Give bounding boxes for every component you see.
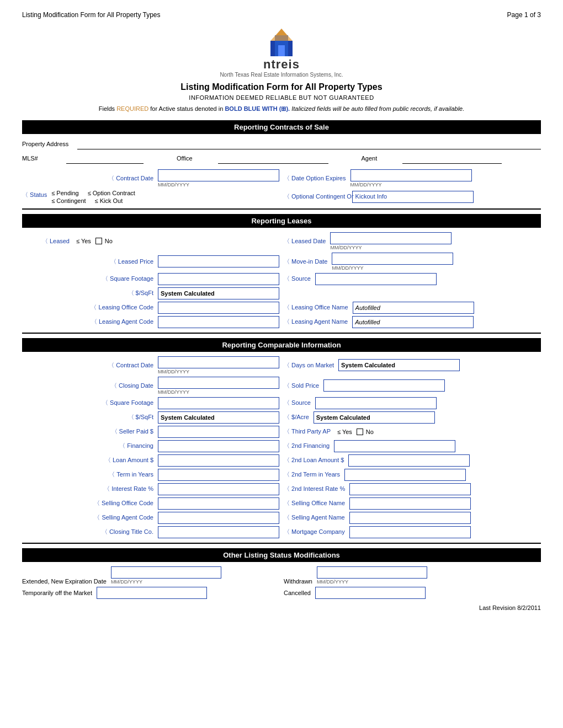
cancelled-label: Cancelled (284, 590, 313, 596)
kick-out-option[interactable]: ≤ Kick Out (95, 197, 123, 204)
office-input[interactable] (218, 153, 328, 164)
loan-amount-input[interactable] (158, 454, 279, 467)
comp-contract-date-input[interactable] (158, 356, 279, 368)
comp-row10: 〈 Selling Office Code 〈 Selling Office N… (22, 497, 541, 510)
leased-yes[interactable]: ≤ Yes (76, 238, 91, 244)
move-in-date-input[interactable] (332, 253, 453, 265)
third-party-no-checkbox[interactable] (357, 429, 363, 435)
selling-office-code-input[interactable] (158, 497, 279, 510)
sqft-system-calculated: System Calculated (158, 287, 279, 299)
second-financing-input[interactable] (334, 440, 455, 452)
optional-contingent-input[interactable] (352, 191, 474, 203)
comp-sqft-system-calculated: System Calculated (158, 411, 279, 424)
interest-rate-input[interactable] (158, 483, 279, 495)
leasing-agent-code-input[interactable] (158, 316, 279, 328)
comp-contract-date-left: 〈 Contract Date MM/DD/YYYY (22, 356, 279, 374)
leasing-agent-name-autofilled: Autofilled (352, 316, 474, 328)
optional-contingent-label: 〈 Optional Contingent Or Kickout Info (284, 192, 350, 200)
agent-input[interactable] (402, 153, 502, 164)
mls-input[interactable] (66, 153, 144, 164)
leasing-office-code-input[interactable] (158, 302, 279, 314)
loan-amount-label: 〈 Loan Amount $ (105, 456, 156, 464)
third-party-label: 〈 Third Party AP (284, 427, 333, 436)
cancelled-right: Cancelled (284, 587, 541, 599)
svg-rect-4 (278, 45, 285, 56)
sqft-left: 〈 $/SqFt System Calculated (22, 287, 279, 299)
sold-price-input[interactable] (323, 379, 445, 392)
mortgage-company-input[interactable] (349, 526, 471, 538)
leased-price-label: 〈 Leased Price (110, 258, 156, 266)
days-on-market-right: 〈 Days on Market System Calculated (284, 356, 541, 374)
comp-row3: 〈 Square Footage 〈 Source (22, 397, 541, 409)
option-contract-option[interactable]: ≤ Option Contract (88, 190, 135, 196)
info-required: REQUIRED (116, 105, 148, 112)
property-address-row: Property Address (22, 138, 541, 149)
extended-label: Extended, New Expiration Date (22, 578, 109, 585)
section-divider-3 (22, 543, 541, 544)
comp-acre-label: 〈 $/Acre (284, 413, 311, 421)
comp-sq-footage-input[interactable] (158, 397, 279, 409)
cancelled-input[interactable] (315, 587, 426, 599)
leases-row2: 〈 Leased Price 〈 Move-in Date MM/DD/YYYY (22, 253, 541, 271)
comp-source-input[interactable] (315, 397, 437, 409)
closing-date-input[interactable] (158, 377, 279, 389)
leasing-agent-code-label: 〈 Leasing Agent Code (91, 318, 156, 325)
leasing-office-name-right: 〈 Leasing Office Name Autofilled (284, 302, 541, 314)
pending-option[interactable]: ≤ Pending (51, 190, 78, 196)
third-party-no-wrap: No (357, 429, 374, 435)
temp-off-input[interactable] (97, 587, 207, 599)
contract-date-input[interactable] (158, 169, 279, 181)
agent-label: Agent (362, 155, 378, 162)
selling-agent-name-input[interactable] (349, 512, 471, 524)
seller-paid-left: 〈 Seller Paid $ (22, 426, 279, 438)
second-term-input[interactable] (344, 469, 466, 481)
second-interest-input[interactable] (349, 483, 471, 495)
source-input[interactable] (315, 273, 437, 285)
term-years-label: 〈 Term in Years (109, 470, 156, 479)
selling-office-name-right: 〈 Selling Office Name (284, 497, 541, 510)
second-loan-input[interactable] (348, 454, 470, 467)
office-label: Office (177, 155, 193, 162)
comp-acre-system-calculated: System Calculated (314, 411, 435, 424)
closing-date-sub: MM/DD/YYYY (158, 389, 279, 395)
seller-paid-input[interactable] (158, 426, 279, 438)
mortgage-company-label: 〈 Mortgage Company (284, 528, 347, 536)
source-right: 〈 Source (284, 273, 541, 285)
property-address-input[interactable] (77, 138, 541, 149)
extended-wrap: MM/DD/YYYY (111, 566, 221, 585)
form-title: Listing Modification Form for All Proper… (22, 82, 541, 92)
date-option-input[interactable] (350, 169, 472, 181)
leased-no-checkbox[interactable] (95, 238, 102, 244)
extended-input[interactable] (111, 566, 221, 579)
term-years-input[interactable] (158, 469, 279, 481)
selling-agent-code-left: 〈 Selling Agent Code (22, 512, 279, 524)
leased-price-input[interactable] (158, 255, 279, 267)
days-on-market-system-calculated: System Calculated (338, 359, 460, 371)
third-party-yes[interactable]: ≤ Yes (337, 429, 352, 435)
closing-title-input[interactable] (158, 526, 279, 538)
leased-date-label: 〈 Leased Date (284, 237, 328, 245)
selling-agent-name-right: 〈 Selling Agent Name (284, 512, 541, 524)
leased-date-input[interactable] (330, 232, 452, 244)
comp-sqft-left: 〈 $/SqFt System Calculated (22, 411, 279, 424)
comp-contract-date-label: 〈 Contract Date (108, 361, 156, 370)
property-address-label: Property Address (22, 141, 77, 147)
contingent-option[interactable]: ≤ Contingent (51, 197, 86, 204)
leases-row5: 〈 Leasing Office Code 〈 Leasing Office N… (22, 302, 541, 314)
footer: Last Revision 8/2/2011 (22, 604, 541, 611)
financing-input[interactable] (158, 440, 279, 452)
sq-footage-input[interactable] (158, 273, 279, 285)
interest-rate-left: 〈 Interest Rate % (22, 483, 279, 495)
selling-agent-code-input[interactable] (158, 512, 279, 524)
closing-date-left: 〈 Closing Date MM/DD/YYYY (22, 377, 279, 395)
seller-paid-label: 〈 Seller Paid $ (111, 427, 156, 436)
contract-date-label: 〈 Contract Date (108, 174, 156, 183)
selling-office-name-input[interactable] (349, 497, 471, 510)
second-loan-label: 〈 2nd Loan Amount $ (284, 456, 346, 464)
selling-office-code-left: 〈 Selling Office Code (22, 497, 279, 510)
leasing-office-name-autofilled: Autofilled (353, 302, 474, 314)
form-subtitle: INFORMATION DEEMED RELIABLE BUT NOT GUAR… (22, 94, 541, 101)
leasing-agent-name-label: 〈 Leasing Agent Name (284, 318, 350, 325)
closing-date-label: 〈 Closing Date (111, 382, 156, 390)
withdrawn-input[interactable] (317, 566, 427, 579)
